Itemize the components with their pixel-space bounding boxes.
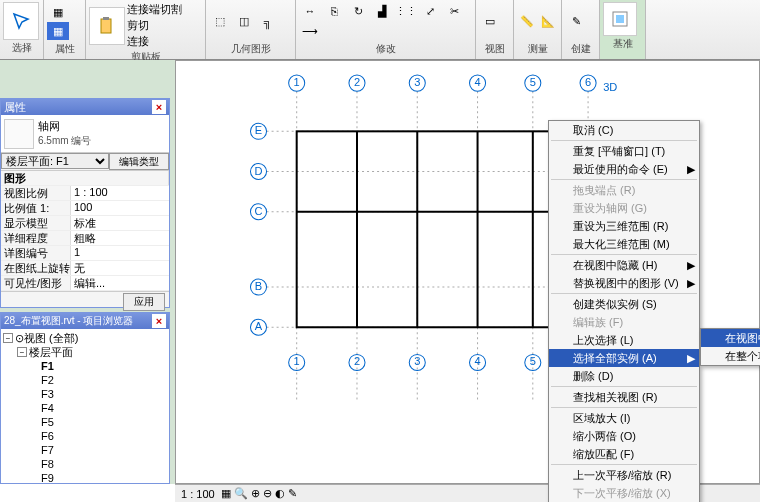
apply-btn[interactable]: 应用 [123,293,165,311]
geo1[interactable]: ⬚ [209,13,231,31]
prop-key: 详细程度 [1,231,71,245]
mod-scl[interactable]: ⤢ [419,2,441,20]
svg-text:5: 5 [530,76,536,88]
context-menu: 取消 (C)重复 [平铺窗口] (T)最近使用的命令 (E)▶拖曳端点 (R)重… [548,120,700,502]
scope-btn[interactable] [603,2,637,36]
mod-trim[interactable]: ✂ [443,2,465,20]
svg-rect-0 [101,19,111,33]
ctx-item[interactable]: 删除 (D) [549,367,699,385]
ctx-item[interactable]: 缩小两倍 (O) [549,427,699,445]
section-hdr: 图形 [1,171,169,185]
ctx-item[interactable]: 重复 [平铺窗口] (T) [549,142,699,160]
meas2[interactable]: 📐 [539,13,559,31]
ctx-sub-item[interactable]: 在整个项目中 (E) [701,347,760,365]
close-props[interactable]: × [152,100,166,114]
ctx-item[interactable]: 上次选择 (L) [549,331,699,349]
threed-label: 3D [603,81,617,93]
svg-rect-49 [297,131,588,327]
prop-key: 详图编号 [1,246,71,260]
ctx-item[interactable]: 在视图中隐藏 (H)▶ [549,256,699,274]
prop-val[interactable]: 无 [71,261,169,275]
tree-item[interactable]: F5 [3,415,167,429]
svg-rect-3 [616,15,624,23]
svg-text:4: 4 [474,355,480,367]
mod-rot[interactable]: ↻ [347,2,369,20]
mod-move[interactable]: ↔ [299,2,321,20]
mod-copy[interactable]: ⎘ [323,2,345,20]
svg-text:A: A [255,320,263,332]
geo2[interactable]: ◫ [233,13,255,31]
svg-text:1: 1 [294,76,300,88]
tree-item[interactable]: F3 [3,387,167,401]
prop-key: 视图比例 [1,186,71,200]
type-sub: 6.5mm 编号 [38,134,91,148]
svg-text:2: 2 [354,76,360,88]
props-btn[interactable]: ▦ [47,3,69,21]
view-btn[interactable]: ▭ [479,13,501,31]
ctx-item[interactable]: 替换视图中的图形 (V)▶ [549,274,699,292]
ctx-sub-item[interactable]: 在视图中可见 (V) [701,329,760,347]
tree-item[interactable]: F6 [3,429,167,443]
join-label[interactable]: 连接 [127,34,182,49]
scale-display[interactable]: 1 : 100 [181,488,215,500]
ctx-item[interactable]: 区域放大 (I) [549,409,699,427]
ctx-item[interactable]: 创建类似实例 (S) [549,295,699,313]
props-btn2[interactable]: ▦ [47,22,69,40]
prop-val[interactable]: 标准 [71,216,169,230]
prop-val[interactable]: 编辑... [71,276,169,290]
tree-item[interactable]: F9 [3,471,167,483]
tree-item[interactable]: F7 [3,443,167,457]
ctx-item[interactable]: 取消 (C) [549,121,699,139]
svg-text:4: 4 [474,76,480,88]
grp-measure: 测量 [517,41,558,57]
svg-text:B: B [255,280,262,292]
meas1[interactable]: 📏 [517,13,537,31]
geo3[interactable]: ╗ [257,13,279,31]
mod-arr[interactable]: ⋮⋮ [395,2,417,20]
browser-title: 28_布置视图.rvt - 项目浏览器 [4,314,133,328]
ctx-item[interactable]: 上一次平移/缩放 (R) [549,466,699,484]
type-thumb [4,119,34,149]
ctx-item[interactable]: 重设为三维范围 (R) [549,217,699,235]
svg-rect-1 [103,17,109,20]
prop-val[interactable]: 1 : 100 [71,186,169,200]
prop-key: 比例值 1: [1,201,71,215]
ctx-item: 拖曳端点 (R) [549,181,699,199]
ctx-item[interactable]: 最近使用的命令 (E)▶ [549,160,699,178]
svg-text:5: 5 [530,355,536,367]
prop-key: 显示模型 [1,216,71,230]
property-grid[interactable]: 图形 视图比例1 : 100比例值 1:100显示模型标准详细程度粗略详图编号1… [1,171,169,291]
svg-text:2: 2 [354,355,360,367]
prop-val[interactable]: 粗略 [71,231,169,245]
paste-btn[interactable] [89,7,125,45]
mod-mir[interactable]: ▟ [371,2,393,20]
type-name: 轴网 [38,119,91,134]
ctx-item[interactable]: 缩放匹配 (F) [549,445,699,463]
tree-cat[interactable]: −楼层平面 [3,345,167,359]
create-btn[interactable]: ✎ [565,13,587,31]
modify-tool[interactable] [3,2,39,40]
cut-label[interactable]: 剪切 [127,18,182,33]
ctx-item[interactable]: 最大化三维范围 (M) [549,235,699,253]
prop-val[interactable]: 1 [71,246,169,260]
edit-type-btn[interactable]: 编辑类型 [109,153,169,170]
ctx-item[interactable]: 查找相关视图 (R) [549,388,699,406]
view-selector[interactable]: 楼层平面: F1 [1,153,109,169]
grp-props: 属性 [47,41,82,57]
grp-select: 选择 [3,40,40,56]
context-submenu: 在视图中可见 (V)在整个项目中 (E) [700,328,760,366]
prop-key: 在图纸上旋转 [1,261,71,275]
tree-item[interactable]: F1 [3,359,167,373]
mod-ext[interactable]: ⟶ [299,23,321,41]
grp-datum: 基准 [603,36,642,52]
ctx-item[interactable]: 选择全部实例 (A)▶ [549,349,699,367]
grp-create: 创建 [565,41,596,57]
tree-item[interactable]: F8 [3,457,167,471]
grp-geom: 几何图形 [209,41,292,57]
tree-root[interactable]: −⊙ 视图 (全部) [3,331,167,345]
tree-item[interactable]: F4 [3,401,167,415]
tree-item[interactable]: F2 [3,373,167,387]
prop-val[interactable]: 100 [71,201,169,215]
cut-join-label[interactable]: 连接端切割 [127,2,182,17]
close-browser[interactable]: × [152,314,166,328]
